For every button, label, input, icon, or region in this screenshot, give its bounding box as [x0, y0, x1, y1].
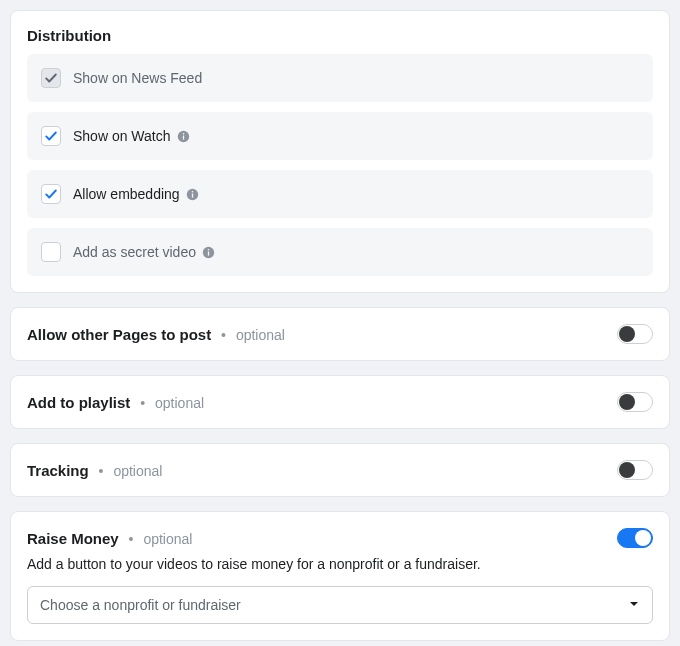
checkbox-label: Add as secret video	[73, 244, 196, 260]
info-icon[interactable]	[177, 129, 191, 143]
svg-point-5	[192, 190, 194, 192]
svg-point-8	[208, 248, 210, 250]
raise-money-card: Raise Money • optional Add a button to y…	[10, 511, 670, 641]
row-header: Add to playlist • optional	[27, 392, 653, 412]
svg-rect-7	[208, 251, 209, 255]
fundraiser-select[interactable]: Choose a nonprofit or fundraiser	[27, 586, 653, 624]
checkbox-news-feed	[41, 68, 61, 88]
checkbox-label: Allow embedding	[73, 186, 180, 202]
separator-dot: •	[99, 463, 104, 479]
distribution-item-embedding[interactable]: Allow embedding	[27, 170, 653, 218]
row-header: Raise Money • optional	[27, 528, 653, 548]
distribution-item-secret[interactable]: Add as secret video	[27, 228, 653, 276]
allow-other-pages-card: Allow other Pages to post • optional	[10, 307, 670, 361]
checkbox-label: Show on News Feed	[73, 70, 202, 86]
separator-dot: •	[221, 327, 226, 343]
optional-label: optional	[236, 327, 285, 343]
distribution-card: Distribution Show on News Feed Show on W…	[10, 10, 670, 293]
row-title-wrap: Tracking • optional	[27, 462, 162, 479]
checkbox-secret[interactable]	[41, 242, 61, 262]
svg-point-2	[183, 132, 185, 134]
info-icon[interactable]	[186, 187, 200, 201]
row-title: Add to playlist	[27, 394, 130, 411]
distribution-title: Distribution	[27, 27, 653, 44]
row-header: Tracking • optional	[27, 460, 653, 480]
row-title-wrap: Allow other Pages to post • optional	[27, 326, 285, 343]
checkbox-watch[interactable]	[41, 126, 61, 146]
info-icon[interactable]	[202, 245, 216, 259]
row-title: Tracking	[27, 462, 89, 479]
separator-dot: •	[129, 531, 134, 547]
separator-dot: •	[140, 395, 145, 411]
checkbox-label: Show on Watch	[73, 128, 171, 144]
optional-label: optional	[155, 395, 204, 411]
row-title: Allow other Pages to post	[27, 326, 211, 343]
row-title-wrap: Add to playlist • optional	[27, 394, 204, 411]
optional-label: optional	[143, 531, 192, 547]
tracking-toggle[interactable]	[617, 460, 653, 480]
row-title-wrap: Raise Money • optional	[27, 530, 192, 547]
distribution-item-watch[interactable]: Show on Watch	[27, 112, 653, 160]
svg-rect-4	[192, 193, 193, 197]
optional-label: optional	[113, 463, 162, 479]
raise-money-description: Add a button to your videos to raise mon…	[27, 556, 653, 572]
add-to-playlist-card: Add to playlist • optional	[10, 375, 670, 429]
chevron-down-icon	[628, 597, 640, 613]
checkbox-embedding[interactable]	[41, 184, 61, 204]
tracking-card: Tracking • optional	[10, 443, 670, 497]
select-placeholder: Choose a nonprofit or fundraiser	[40, 597, 241, 613]
allow-other-pages-toggle[interactable]	[617, 324, 653, 344]
distribution-item-news-feed: Show on News Feed	[27, 54, 653, 102]
raise-money-toggle[interactable]	[617, 528, 653, 548]
row-title: Raise Money	[27, 530, 119, 547]
row-header: Allow other Pages to post • optional	[27, 324, 653, 344]
add-to-playlist-toggle[interactable]	[617, 392, 653, 412]
svg-rect-1	[183, 135, 184, 139]
